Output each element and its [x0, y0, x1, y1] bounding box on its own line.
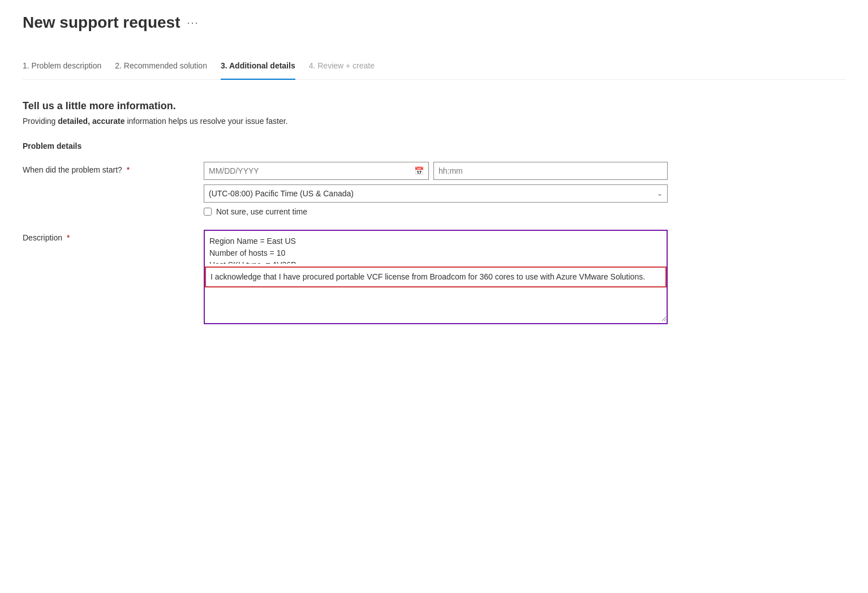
section-subtitle: Providing detailed, accurate information…: [23, 117, 845, 126]
description-controls: Region Name = East US Number of hosts = …: [204, 230, 668, 324]
highlight-box: I acknowledge that I have procured porta…: [205, 267, 667, 287]
section-title: Tell us a little more information.: [23, 100, 845, 112]
step-additional-details[interactable]: 3. Additional details: [221, 54, 309, 79]
main-content: Tell us a little more information. Provi…: [23, 100, 845, 324]
problem-start-controls: 📅 (UTC-08:00) Pacific Time (US & Canada)…: [204, 162, 668, 216]
step-recommended-solution[interactable]: 2. Recommended solution: [115, 54, 221, 79]
step-problem-description[interactable]: 1. Problem description: [23, 54, 115, 79]
description-row: Description * Region Name = East US Numb…: [23, 230, 845, 324]
time-input[interactable]: [433, 162, 668, 180]
highlight-text: I acknowledge that I have procured porta…: [206, 268, 665, 286]
description-label: Description *: [23, 230, 204, 242]
calendar-icon[interactable]: 📅: [410, 166, 428, 175]
subsection-title: Problem details: [23, 141, 845, 151]
not-sure-checkbox[interactable]: [204, 208, 212, 216]
date-input[interactable]: [204, 162, 410, 179]
ellipsis-menu[interactable]: ···: [187, 17, 199, 29]
not-sure-row: Not sure, use current time: [204, 207, 668, 216]
description-textarea-wrapper: Region Name = East US Number of hosts = …: [204, 230, 668, 324]
required-indicator-desc: *: [67, 233, 70, 242]
timezone-select-wrapper: (UTC-08:00) Pacific Time (US & Canada) (…: [204, 184, 668, 203]
problem-start-row: When did the problem start? * 📅 (UTC-08:…: [23, 162, 845, 216]
timezone-select[interactable]: (UTC-08:00) Pacific Time (US & Canada) (…: [204, 185, 667, 202]
description-textarea[interactable]: Region Name = East US Number of hosts = …: [205, 231, 667, 265]
datetime-row: 📅: [204, 162, 668, 180]
page-title: New support request: [23, 14, 180, 32]
required-indicator: *: [127, 165, 130, 174]
not-sure-label[interactable]: Not sure, use current time: [216, 207, 307, 216]
problem-start-label: When did the problem start? *: [23, 162, 204, 174]
description-textarea-extra[interactable]: [205, 287, 667, 321]
wizard-steps: 1. Problem description 2. Recommended so…: [23, 54, 845, 80]
step-review-create[interactable]: 4. Review + create: [309, 54, 388, 79]
date-input-wrapper: 📅: [204, 162, 429, 180]
